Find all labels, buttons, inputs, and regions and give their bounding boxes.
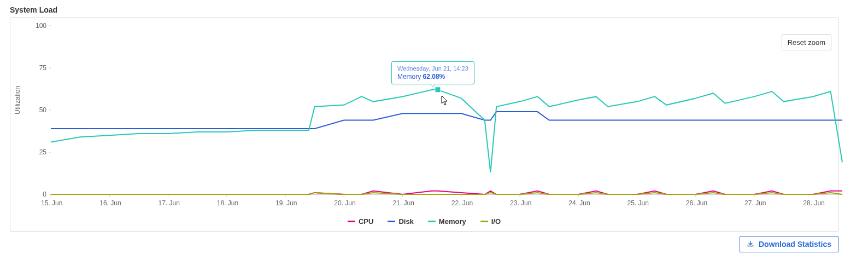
legend-swatch	[428, 221, 436, 222]
svg-text:15. Jun: 15. Jun	[41, 199, 62, 207]
legend-swatch	[348, 221, 355, 222]
svg-text:24. Jun: 24. Jun	[568, 199, 590, 207]
svg-text:25. Jun: 25. Jun	[627, 199, 649, 207]
chart-card: Reset zoom Utilization 025507510015. Jun…	[10, 18, 838, 232]
download-statistics-button[interactable]: Download Statistics	[740, 236, 838, 252]
svg-text:50: 50	[39, 106, 47, 114]
svg-text:20. Jun: 20. Jun	[334, 199, 355, 207]
y-axis-title: Utilization	[14, 86, 21, 114]
svg-text:21. Jun: 21. Jun	[393, 199, 414, 207]
legend-item-io[interactable]: I/O	[480, 217, 501, 226]
chart-tooltip: Wednesday, Jun 21, 14:23 Memory 62.08%	[391, 61, 474, 84]
chart-legend: CPUDiskMemoryI/O	[15, 217, 834, 226]
legend-swatch	[480, 221, 488, 222]
svg-text:0: 0	[43, 191, 46, 198]
tooltip-value: 62.08%	[423, 73, 445, 80]
svg-text:25: 25	[39, 148, 47, 156]
legend-item-memory[interactable]: Memory	[428, 217, 466, 226]
tooltip-series: Memory	[397, 73, 421, 80]
svg-text:75: 75	[39, 64, 47, 72]
legend-label: I/O	[491, 217, 501, 226]
svg-text:100: 100	[36, 22, 46, 30]
svg-text:27. Jun: 27. Jun	[744, 199, 766, 207]
legend-item-disk[interactable]: Disk	[388, 217, 413, 226]
svg-text:19. Jun: 19. Jun	[275, 199, 297, 207]
legend-label: CPU	[359, 217, 373, 226]
legend-label: Disk	[398, 217, 413, 226]
download-button-label: Download Statistics	[759, 240, 831, 249]
chart-area[interactable]: Utilization 025507510015. Jun16. Jun17. …	[15, 21, 834, 214]
svg-text:18. Jun: 18. Jun	[217, 199, 238, 207]
svg-text:22. Jun: 22. Jun	[451, 199, 473, 207]
legend-label: Memory	[439, 217, 466, 226]
page-title: System Load	[10, 5, 838, 14]
svg-text:17. Jun: 17. Jun	[159, 199, 180, 207]
svg-text:23. Jun: 23. Jun	[510, 199, 531, 207]
svg-text:26. Jun: 26. Jun	[686, 199, 707, 207]
svg-text:28. Jun: 28. Jun	[803, 199, 824, 207]
line-chart[interactable]: 025507510015. Jun16. Jun17. Jun18. Jun19…	[15, 21, 853, 214]
svg-rect-39	[435, 87, 441, 93]
download-icon	[747, 240, 754, 248]
tooltip-date: Wednesday, Jun 21, 14:23	[397, 65, 468, 72]
svg-text:16. Jun: 16. Jun	[99, 199, 121, 207]
legend-item-cpu[interactable]: CPU	[348, 217, 373, 226]
legend-swatch	[388, 221, 395, 222]
